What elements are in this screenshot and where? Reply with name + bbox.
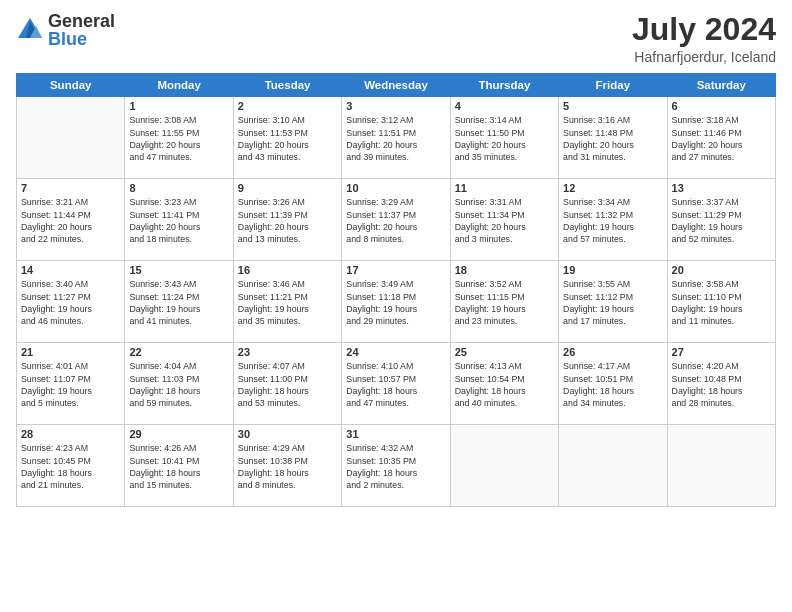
logo-general: General <box>48 12 115 30</box>
calendar-body: 1Sunrise: 3:08 AM Sunset: 11:55 PM Dayli… <box>17 97 776 507</box>
day-info: Sunrise: 3:46 AM Sunset: 11:21 PM Daylig… <box>238 278 337 327</box>
calendar-day-cell: 5Sunrise: 3:16 AM Sunset: 11:48 PM Dayli… <box>559 97 667 179</box>
calendar-header: SundayMondayTuesdayWednesdayThursdayFrid… <box>17 74 776 97</box>
day-of-week-header: Friday <box>559 74 667 97</box>
day-info: Sunrise: 4:29 AM Sunset: 10:38 PM Daylig… <box>238 442 337 491</box>
logo: General Blue <box>16 12 115 48</box>
day-number: 16 <box>238 264 337 276</box>
calendar-day-cell: 31Sunrise: 4:32 AM Sunset: 10:35 PM Dayl… <box>342 425 450 507</box>
day-info: Sunrise: 4:01 AM Sunset: 11:07 PM Daylig… <box>21 360 120 409</box>
day-info: Sunrise: 4:32 AM Sunset: 10:35 PM Daylig… <box>346 442 445 491</box>
calendar-day-cell: 13Sunrise: 3:37 AM Sunset: 11:29 PM Dayl… <box>667 179 775 261</box>
day-info: Sunrise: 3:18 AM Sunset: 11:46 PM Daylig… <box>672 114 771 163</box>
day-number: 19 <box>563 264 662 276</box>
day-info: Sunrise: 3:31 AM Sunset: 11:34 PM Daylig… <box>455 196 554 245</box>
calendar-day-cell: 4Sunrise: 3:14 AM Sunset: 11:50 PM Dayli… <box>450 97 558 179</box>
day-info: Sunrise: 4:10 AM Sunset: 10:57 PM Daylig… <box>346 360 445 409</box>
day-number: 15 <box>129 264 228 276</box>
calendar-week-row: 21Sunrise: 4:01 AM Sunset: 11:07 PM Dayl… <box>17 343 776 425</box>
calendar-day-cell: 14Sunrise: 3:40 AM Sunset: 11:27 PM Dayl… <box>17 261 125 343</box>
calendar-day-cell: 16Sunrise: 3:46 AM Sunset: 11:21 PM Dayl… <box>233 261 341 343</box>
calendar-day-cell: 12Sunrise: 3:34 AM Sunset: 11:32 PM Dayl… <box>559 179 667 261</box>
day-info: Sunrise: 4:26 AM Sunset: 10:41 PM Daylig… <box>129 442 228 491</box>
calendar-day-cell: 28Sunrise: 4:23 AM Sunset: 10:45 PM Dayl… <box>17 425 125 507</box>
day-info: Sunrise: 3:37 AM Sunset: 11:29 PM Daylig… <box>672 196 771 245</box>
calendar-day-cell: 11Sunrise: 3:31 AM Sunset: 11:34 PM Dayl… <box>450 179 558 261</box>
day-of-week-header: Wednesday <box>342 74 450 97</box>
calendar-day-cell <box>559 425 667 507</box>
day-info: Sunrise: 4:17 AM Sunset: 10:51 PM Daylig… <box>563 360 662 409</box>
day-number: 26 <box>563 346 662 358</box>
calendar-day-cell: 25Sunrise: 4:13 AM Sunset: 10:54 PM Dayl… <box>450 343 558 425</box>
location: Hafnarfjoerdur, Iceland <box>632 49 776 65</box>
day-number: 4 <box>455 100 554 112</box>
day-number: 7 <box>21 182 120 194</box>
day-info: Sunrise: 3:58 AM Sunset: 11:10 PM Daylig… <box>672 278 771 327</box>
title-block: July 2024 Hafnarfjoerdur, Iceland <box>632 12 776 65</box>
calendar-day-cell: 17Sunrise: 3:49 AM Sunset: 11:18 PM Dayl… <box>342 261 450 343</box>
calendar-day-cell: 9Sunrise: 3:26 AM Sunset: 11:39 PM Dayli… <box>233 179 341 261</box>
day-number: 13 <box>672 182 771 194</box>
month-year: July 2024 <box>632 12 776 47</box>
calendar-week-row: 28Sunrise: 4:23 AM Sunset: 10:45 PM Dayl… <box>17 425 776 507</box>
day-number: 31 <box>346 428 445 440</box>
calendar-day-cell <box>450 425 558 507</box>
calendar-day-cell: 6Sunrise: 3:18 AM Sunset: 11:46 PM Dayli… <box>667 97 775 179</box>
day-number: 21 <box>21 346 120 358</box>
day-info: Sunrise: 3:49 AM Sunset: 11:18 PM Daylig… <box>346 278 445 327</box>
calendar-day-cell: 2Sunrise: 3:10 AM Sunset: 11:53 PM Dayli… <box>233 97 341 179</box>
day-info: Sunrise: 3:34 AM Sunset: 11:32 PM Daylig… <box>563 196 662 245</box>
calendar-day-cell: 24Sunrise: 4:10 AM Sunset: 10:57 PM Dayl… <box>342 343 450 425</box>
logo-icon <box>16 16 44 44</box>
day-info: Sunrise: 3:12 AM Sunset: 11:51 PM Daylig… <box>346 114 445 163</box>
day-of-week-header: Monday <box>125 74 233 97</box>
logo-text: General Blue <box>48 12 115 48</box>
calendar-week-row: 1Sunrise: 3:08 AM Sunset: 11:55 PM Dayli… <box>17 97 776 179</box>
day-number: 27 <box>672 346 771 358</box>
day-info: Sunrise: 3:43 AM Sunset: 11:24 PM Daylig… <box>129 278 228 327</box>
calendar-week-row: 14Sunrise: 3:40 AM Sunset: 11:27 PM Dayl… <box>17 261 776 343</box>
day-info: Sunrise: 3:14 AM Sunset: 11:50 PM Daylig… <box>455 114 554 163</box>
day-info: Sunrise: 4:07 AM Sunset: 11:00 PM Daylig… <box>238 360 337 409</box>
day-info: Sunrise: 3:10 AM Sunset: 11:53 PM Daylig… <box>238 114 337 163</box>
day-info: Sunrise: 4:04 AM Sunset: 11:03 PM Daylig… <box>129 360 228 409</box>
calendar-day-cell: 10Sunrise: 3:29 AM Sunset: 11:37 PM Dayl… <box>342 179 450 261</box>
calendar-week-row: 7Sunrise: 3:21 AM Sunset: 11:44 PM Dayli… <box>17 179 776 261</box>
calendar-day-cell: 21Sunrise: 4:01 AM Sunset: 11:07 PM Dayl… <box>17 343 125 425</box>
day-number: 2 <box>238 100 337 112</box>
day-info: Sunrise: 3:40 AM Sunset: 11:27 PM Daylig… <box>21 278 120 327</box>
day-info: Sunrise: 3:08 AM Sunset: 11:55 PM Daylig… <box>129 114 228 163</box>
day-number: 24 <box>346 346 445 358</box>
calendar-day-cell: 26Sunrise: 4:17 AM Sunset: 10:51 PM Dayl… <box>559 343 667 425</box>
day-of-week-header: Thursday <box>450 74 558 97</box>
day-number: 3 <box>346 100 445 112</box>
day-number: 5 <box>563 100 662 112</box>
day-number: 18 <box>455 264 554 276</box>
day-number: 25 <box>455 346 554 358</box>
calendar-day-cell: 29Sunrise: 4:26 AM Sunset: 10:41 PM Dayl… <box>125 425 233 507</box>
day-number: 17 <box>346 264 445 276</box>
day-number: 1 <box>129 100 228 112</box>
day-number: 20 <box>672 264 771 276</box>
day-info: Sunrise: 4:23 AM Sunset: 10:45 PM Daylig… <box>21 442 120 491</box>
calendar-day-cell: 7Sunrise: 3:21 AM Sunset: 11:44 PM Dayli… <box>17 179 125 261</box>
day-number: 22 <box>129 346 228 358</box>
calendar: SundayMondayTuesdayWednesdayThursdayFrid… <box>16 73 776 507</box>
calendar-day-cell: 18Sunrise: 3:52 AM Sunset: 11:15 PM Dayl… <box>450 261 558 343</box>
day-of-week-header: Sunday <box>17 74 125 97</box>
day-info: Sunrise: 3:26 AM Sunset: 11:39 PM Daylig… <box>238 196 337 245</box>
day-info: Sunrise: 3:23 AM Sunset: 11:41 PM Daylig… <box>129 196 228 245</box>
calendar-day-cell: 19Sunrise: 3:55 AM Sunset: 11:12 PM Dayl… <box>559 261 667 343</box>
logo-blue: Blue <box>48 30 115 48</box>
day-info: Sunrise: 3:21 AM Sunset: 11:44 PM Daylig… <box>21 196 120 245</box>
calendar-day-cell: 27Sunrise: 4:20 AM Sunset: 10:48 PM Dayl… <box>667 343 775 425</box>
day-info: Sunrise: 3:29 AM Sunset: 11:37 PM Daylig… <box>346 196 445 245</box>
calendar-day-cell: 8Sunrise: 3:23 AM Sunset: 11:41 PM Dayli… <box>125 179 233 261</box>
day-of-week-header: Tuesday <box>233 74 341 97</box>
days-of-week-row: SundayMondayTuesdayWednesdayThursdayFrid… <box>17 74 776 97</box>
day-number: 29 <box>129 428 228 440</box>
day-number: 14 <box>21 264 120 276</box>
calendar-day-cell: 3Sunrise: 3:12 AM Sunset: 11:51 PM Dayli… <box>342 97 450 179</box>
day-number: 28 <box>21 428 120 440</box>
day-info: Sunrise: 4:13 AM Sunset: 10:54 PM Daylig… <box>455 360 554 409</box>
